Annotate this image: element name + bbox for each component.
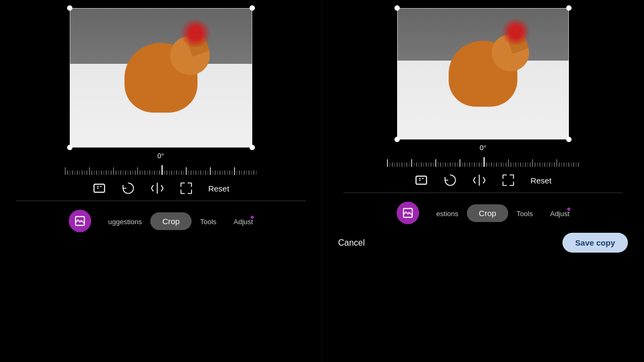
tools-label-right: Tools bbox=[517, 210, 533, 218]
aspect-ratio-icon-left[interactable] bbox=[92, 181, 106, 195]
nav-crop-right[interactable]: Crop bbox=[467, 204, 508, 222]
save-copy-button[interactable]: Save copy bbox=[562, 233, 628, 253]
bottom-nav-left: uggestions Crop Tools Adjust bbox=[0, 203, 321, 237]
crop-handle-tr-right[interactable] bbox=[566, 5, 572, 11]
crop-handle-bl-right[interactable] bbox=[394, 137, 400, 142]
rotation-degree-left: 0° bbox=[157, 152, 164, 160]
rotate-icon-left[interactable] bbox=[121, 181, 135, 195]
nav-adjust-left[interactable]: Adjust bbox=[225, 215, 261, 228]
adjust-label-left: Adjust bbox=[233, 218, 253, 226]
gallery-icon-circle-right bbox=[397, 202, 419, 224]
gallery-icon-circle-left bbox=[69, 210, 91, 232]
left-photo bbox=[70, 8, 252, 147]
crop-handle-bl-left[interactable] bbox=[67, 145, 72, 150]
expand-icon-right[interactable] bbox=[501, 173, 515, 187]
tools-row-right: Reset bbox=[414, 168, 551, 190]
suggestions-label-left: uggestions bbox=[108, 218, 142, 226]
crop-handle-tl-right[interactable] bbox=[394, 5, 400, 11]
right-image-container bbox=[397, 8, 569, 139]
crop-handle-br-left[interactable] bbox=[250, 145, 255, 150]
rotation-section-right: 0° bbox=[322, 139, 644, 168]
rotation-section-left: 0° bbox=[0, 147, 321, 176]
flip-icon-right[interactable] bbox=[472, 173, 486, 187]
right-panel: 0° Reset bbox=[322, 0, 644, 362]
adjust-dot-left bbox=[251, 216, 254, 219]
adjust-dot-right bbox=[567, 208, 570, 211]
svg-rect-0 bbox=[94, 184, 105, 192]
left-panel: 0° Reset bbox=[0, 0, 322, 362]
rotation-ruler-right[interactable] bbox=[381, 155, 585, 168]
crop-label-right: Crop bbox=[479, 209, 496, 218]
ruler-ticks-left bbox=[65, 164, 257, 175]
expand-icon-left[interactable] bbox=[179, 181, 193, 195]
nav-suggestions-left[interactable]: uggestions bbox=[100, 215, 151, 228]
left-image-container bbox=[70, 8, 252, 147]
crop-label-left: Crop bbox=[162, 217, 180, 226]
nav-tools-right[interactable]: Tools bbox=[508, 206, 541, 220]
bottom-actions: Cancel Save copy bbox=[322, 228, 644, 257]
rotate-icon-right[interactable] bbox=[443, 173, 457, 187]
nav-gallery-right[interactable] bbox=[388, 200, 428, 226]
divider-right bbox=[343, 193, 623, 193]
nav-suggestions-right[interactable]: estions bbox=[428, 206, 467, 220]
suggestions-label-right: estions bbox=[436, 210, 458, 218]
rotation-ruler-left[interactable] bbox=[59, 163, 263, 176]
reset-button-right[interactable]: Reset bbox=[530, 176, 551, 185]
cancel-button[interactable]: Cancel bbox=[338, 238, 365, 248]
adjust-label-right: Adjust bbox=[550, 210, 569, 218]
crop-handle-tl-left[interactable] bbox=[67, 5, 72, 11]
divider-left bbox=[16, 201, 306, 201]
tools-row-left: Reset bbox=[92, 176, 229, 198]
reset-button-left[interactable]: Reset bbox=[208, 184, 229, 193]
flip-icon-left[interactable] bbox=[150, 181, 164, 195]
crop-handle-tr-left[interactable] bbox=[250, 5, 255, 11]
right-photo bbox=[397, 8, 569, 139]
nav-gallery-left[interactable] bbox=[60, 208, 100, 234]
rotation-degree-right: 0° bbox=[480, 144, 486, 152]
svg-rect-2 bbox=[416, 176, 427, 184]
nav-crop-left[interactable]: Crop bbox=[150, 212, 192, 230]
aspect-ratio-icon-right[interactable] bbox=[414, 173, 428, 187]
nav-tools-left[interactable]: Tools bbox=[192, 215, 225, 228]
nav-adjust-right[interactable]: Adjust bbox=[541, 206, 578, 220]
tools-label-left: Tools bbox=[200, 218, 216, 226]
bottom-nav-right: estions Crop Tools Adjust bbox=[322, 195, 644, 228]
crop-handle-br-right[interactable] bbox=[566, 137, 572, 142]
ruler-ticks-right bbox=[387, 156, 579, 167]
